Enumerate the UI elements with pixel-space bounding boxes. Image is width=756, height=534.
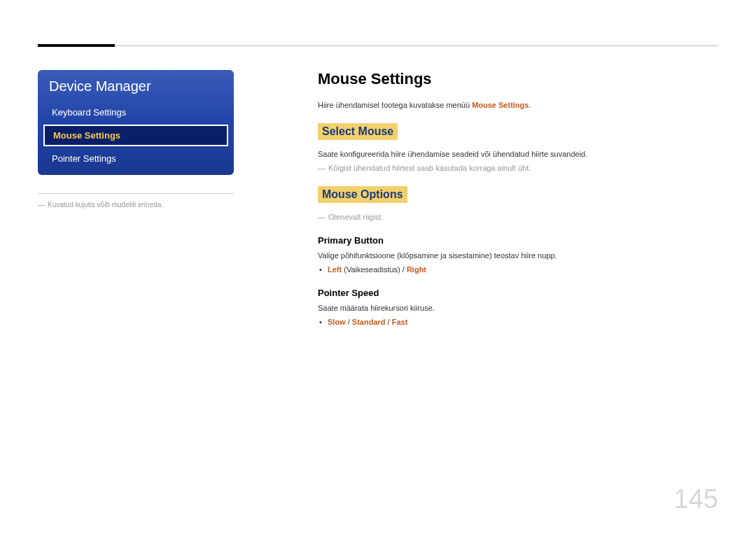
subsection-primary-button: Primary Button Valige põhifunktsioone (k… [318,235,718,274]
section-title-select-mouse: Select Mouse [318,123,398,140]
pointer-speed-heading: Pointer Speed [318,288,718,298]
pointer-speed-text: Saate määrata hiirekursori kiiruse. [318,304,718,312]
main-content: Mouse Settings Hiire ühendamisel tootega… [318,70,718,340]
sidebar-title: Device Manager [38,70,234,101]
intro-text: Hiire ühendamisel tootega kuvatakse menü… [318,101,718,109]
section-select-mouse: Select Mouse Saate konfigureerida hiire … [318,123,718,172]
sidebar-item-keyboard-settings[interactable]: Keyboard Settings [38,101,234,123]
sidebar-caption: Kuvatud kujutis võib mudeliti erineda. [38,201,234,209]
section-title-mouse-options: Mouse Options [318,186,407,203]
primary-button-options: Left (Vaikeseadistus) / Right [328,265,718,274]
top-bar-accent [38,44,115,47]
mouse-options-note: Olenevalt riigist. [318,213,718,221]
main-heading: Mouse Settings [318,70,718,88]
sidebar-item-pointer-settings[interactable]: Pointer Settings [38,148,234,175]
intro-term: Mouse Settings [472,101,528,109]
sidebar-item-mouse-settings[interactable]: Mouse Settings [43,125,228,146]
select-mouse-text: Saate konfigureerida hiire ühendamise se… [318,150,718,158]
option-left: Left [328,265,342,274]
sidebar: Device Manager Keyboard Settings Mouse S… [38,70,234,209]
primary-button-heading: Primary Button [318,235,718,246]
intro-suffix: . [528,101,531,109]
subsection-pointer-speed: Pointer Speed Saate määrata hiirekursori… [318,288,718,326]
option-left-default: (Vaikeseadistus) [344,265,400,274]
sidebar-box: Device Manager Keyboard Settings Mouse S… [38,70,234,175]
option-right: Right [407,265,426,274]
intro-prefix: Hiire ühendamisel tootega kuvatakse menü… [318,101,472,109]
option-standard: Standard [352,318,386,326]
sidebar-footer-line [38,193,234,194]
option-fast: Fast [392,318,408,326]
pointer-speed-options: Slow / Standard / Fast [328,318,718,326]
top-divider [38,45,718,46]
section-mouse-options: Mouse Options Olenevalt riigist. Primary… [318,186,718,326]
primary-button-text: Valige põhifunktsioone (klõpsamine ja si… [318,251,718,260]
select-mouse-note: Kõigist ühendatud hiirtest saab kasutada… [318,164,718,172]
page-number: 145 [674,484,718,514]
option-slow: Slow [328,318,346,326]
